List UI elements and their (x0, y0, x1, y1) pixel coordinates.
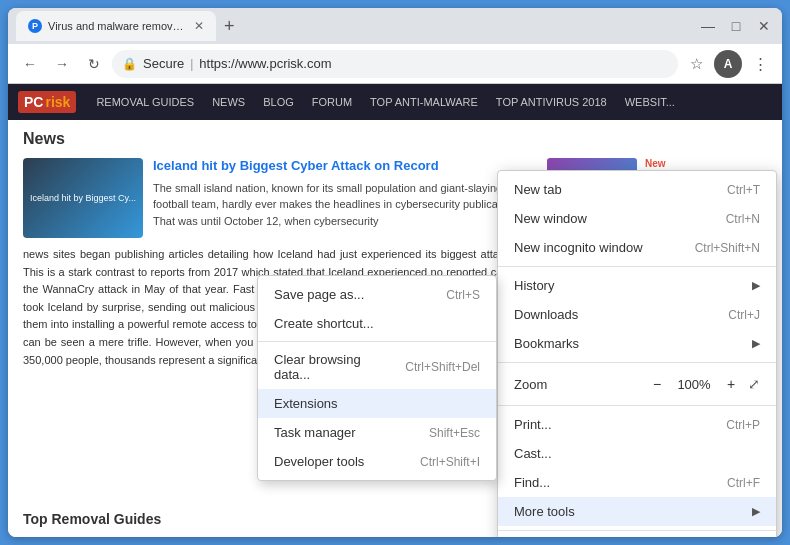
address-bar: ← → ↻ 🔒 Secure | https://www.pcrisk.com … (8, 44, 782, 84)
submenu-developer-tools[interactable]: Developer tools Ctrl+Shift+I (258, 447, 496, 476)
forward-button[interactable]: → (48, 50, 76, 78)
submenu-create-shortcut[interactable]: Create shortcut... (258, 309, 496, 338)
main-article-thumbnail: Iceland hit by Biggest Cy... (23, 158, 143, 238)
submenu-create-shortcut-label: Create shortcut... (274, 316, 480, 331)
submenu-save-page-label: Save page as... (274, 287, 426, 302)
menu-section-history: History ▶ Downloads Ctrl+J Bookmarks ▶ (498, 267, 776, 363)
bookmark-star-button[interactable]: ☆ (682, 50, 710, 78)
new-badge: New (645, 158, 767, 169)
address-input[interactable]: 🔒 Secure | https://www.pcrisk.com (112, 50, 678, 78)
submenu-divider (258, 341, 496, 342)
menu-item-downloads-label: Downloads (514, 307, 708, 322)
menu-item-incognito-label: New incognito window (514, 240, 675, 255)
reload-button[interactable]: ↻ (80, 50, 108, 78)
main-article-content: Iceland hit by Biggest Cyber Attack on R… (153, 158, 532, 238)
menu-item-new-tab[interactable]: New tab Ctrl+T (498, 175, 776, 204)
title-bar-controls: — □ ✕ (698, 16, 774, 36)
zoom-label: Zoom (514, 377, 646, 392)
menu-item-downloads[interactable]: Downloads Ctrl+J (498, 300, 776, 329)
submenu-clear-browsing-shortcut: Ctrl+Shift+Del (405, 360, 480, 374)
lock-icon: 🔒 (122, 57, 137, 71)
news-section-title: News (23, 130, 767, 148)
submenu-developer-tools-shortcut: Ctrl+Shift+I (420, 455, 480, 469)
menu-item-history-label: History (514, 278, 746, 293)
tab-favicon: P (28, 19, 42, 33)
submenu-task-manager-label: Task manager (274, 425, 409, 440)
menu-item-print-shortcut: Ctrl+P (726, 418, 760, 432)
menu-item-history[interactable]: History ▶ (498, 271, 776, 300)
browser-window: P Virus and malware removal instr... ✕ +… (8, 8, 782, 537)
zoom-row: Zoom − 100% + ⤢ (498, 367, 776, 401)
secure-label: Secure (143, 56, 184, 71)
menu-item-more-tools-arrow: ▶ (752, 505, 760, 518)
submenu-task-manager[interactable]: Task manager Shift+Esc (258, 418, 496, 447)
menu-item-print[interactable]: Print... Ctrl+P (498, 410, 776, 439)
nav-website[interactable]: WEBSIT... (617, 92, 683, 112)
submenu-inner: Save page as... Ctrl+S Create shortcut..… (258, 276, 496, 480)
maximize-button[interactable]: □ (726, 16, 746, 36)
nav-top-antimalware[interactable]: TOP ANTI-MALWARE (362, 92, 486, 112)
menu-item-new-window-label: New window (514, 211, 706, 226)
zoom-value: 100% (674, 377, 714, 392)
menu-item-more-tools-label: More tools (514, 504, 746, 519)
menu-item-incognito[interactable]: New incognito window Ctrl+Shift+N (498, 233, 776, 262)
page-content: News Iceland hit by Biggest Cy... Icelan… (8, 120, 782, 537)
zoom-expand-button[interactable]: ⤢ (748, 376, 760, 392)
menu-item-new-tab-shortcut: Ctrl+T (727, 183, 760, 197)
submenu-extensions-label: Extensions (274, 396, 480, 411)
submenu-save-page[interactable]: Save page as... Ctrl+S (258, 280, 496, 309)
submenu-save-page-shortcut: Ctrl+S (446, 288, 480, 302)
main-article: Iceland hit by Biggest Cy... Iceland hit… (23, 158, 532, 238)
menu-item-cast[interactable]: Cast... (498, 439, 776, 468)
more-tools-submenu: Save page as... Ctrl+S Create shortcut..… (257, 275, 497, 481)
url-separator: | (190, 57, 193, 71)
active-tab[interactable]: P Virus and malware removal instr... ✕ (16, 11, 216, 41)
title-bar: P Virus and malware removal instr... ✕ +… (8, 8, 782, 44)
nav-news[interactable]: NEWS (204, 92, 253, 112)
menu-item-find-shortcut: Ctrl+F (727, 476, 760, 490)
menu-item-new-window[interactable]: New window Ctrl+N (498, 204, 776, 233)
menu-item-find[interactable]: Find... Ctrl+F (498, 468, 776, 497)
menu-section-new: New tab Ctrl+T New window Ctrl+N New inc… (498, 171, 776, 267)
submenu-extensions[interactable]: Extensions (258, 389, 496, 418)
submenu-task-manager-shortcut: Shift+Esc (429, 426, 480, 440)
nav-removal-guides[interactable]: REMOVAL GUIDES (88, 92, 202, 112)
logo-box: PC risk (18, 91, 76, 113)
main-article-summary: The small island nation, known for its s… (153, 180, 532, 230)
menu-item-new-window-shortcut: Ctrl+N (726, 212, 760, 226)
new-tab-button[interactable]: + (216, 11, 243, 41)
menu-section-tools: Print... Ctrl+P Cast... Find... Ctrl+F M… (498, 406, 776, 531)
menu-item-bookmarks-label: Bookmarks (514, 336, 746, 351)
submenu-developer-tools-label: Developer tools (274, 454, 400, 469)
nav-top-antivirus[interactable]: TOP ANTIVIRUS 2018 (488, 92, 615, 112)
menu-section-edit: Edit Cut Copy Paste (498, 531, 776, 537)
back-button[interactable]: ← (16, 50, 44, 78)
thumb-text: Iceland hit by Biggest Cy... (30, 193, 136, 203)
menu-section-zoom: Zoom − 100% + ⤢ (498, 363, 776, 406)
zoom-out-button[interactable]: − (646, 373, 668, 395)
main-article-title[interactable]: Iceland hit by Biggest Cyber Attack on R… (153, 158, 532, 175)
logo-risk-text: risk (45, 94, 70, 110)
tab-bar: P Virus and malware removal instr... ✕ + (16, 11, 698, 41)
submenu-clear-browsing-label: Clear browsing data... (274, 352, 385, 382)
tab-close-btn[interactable]: ✕ (194, 19, 204, 33)
menu-item-bookmarks[interactable]: Bookmarks ▶ (498, 329, 776, 358)
account-button[interactable]: A (714, 50, 742, 78)
site-logo[interactable]: PC risk (18, 91, 76, 113)
menu-item-new-tab-label: New tab (514, 182, 707, 197)
menu-item-find-label: Find... (514, 475, 707, 490)
chrome-menu-button[interactable]: ⋮ (746, 50, 774, 78)
zoom-controls: − 100% + ⤢ (646, 373, 760, 395)
menu-item-downloads-shortcut: Ctrl+J (728, 308, 760, 322)
edit-row: Edit Cut Copy Paste (498, 535, 776, 537)
nav-blog[interactable]: BLOG (255, 92, 302, 112)
zoom-in-button[interactable]: + (720, 373, 742, 395)
submenu-clear-browsing[interactable]: Clear browsing data... Ctrl+Shift+Del (258, 345, 496, 389)
close-button[interactable]: ✕ (754, 16, 774, 36)
menu-item-cast-label: Cast... (514, 446, 760, 461)
address-right-controls: ☆ A ⋮ (682, 50, 774, 78)
nav-forum[interactable]: FORUM (304, 92, 360, 112)
chrome-context-menu: New tab Ctrl+T New window Ctrl+N New inc… (497, 170, 777, 537)
minimize-button[interactable]: — (698, 16, 718, 36)
menu-item-more-tools[interactable]: More tools ▶ (498, 497, 776, 526)
